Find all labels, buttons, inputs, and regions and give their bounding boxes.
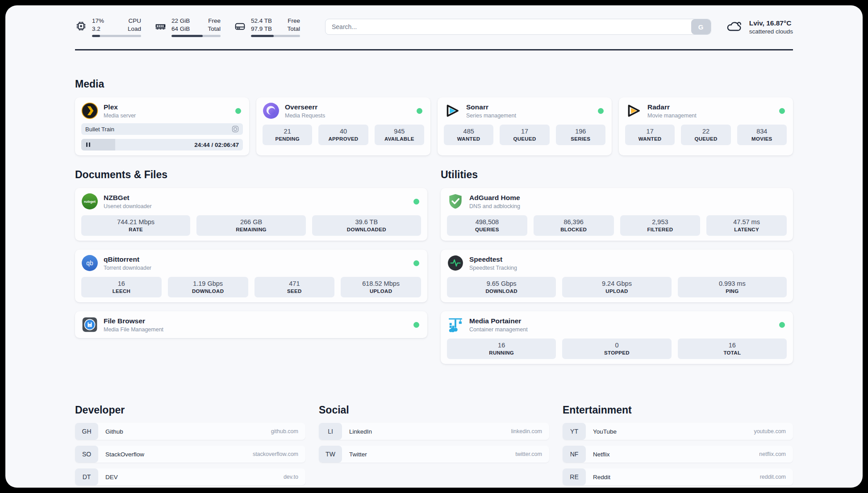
stat-value: 744.21 Mbps bbox=[83, 218, 188, 226]
stat-box: 39.6 TB DOWNLOADED bbox=[312, 215, 421, 236]
link-url: twitter.com bbox=[515, 451, 542, 457]
app-card-qbittorrent[interactable]: qb qBittorrent Torrent downloader 16 LEE… bbox=[75, 250, 427, 302]
link-linkedin[interactable]: LI LinkedIn linkedin.com bbox=[319, 423, 549, 440]
now-playing-bar: Bullet Train bbox=[81, 123, 243, 135]
stat-box: 17 WANTED bbox=[625, 125, 675, 145]
app-card-plex[interactable]: Plex Media server Bullet Train 24:44 / 0… bbox=[75, 97, 249, 155]
app-name: Sonarr bbox=[466, 103, 516, 111]
cpu-load-value: 3.2 bbox=[92, 25, 100, 33]
link-badge: TW bbox=[319, 446, 342, 463]
app-card-sonarr[interactable]: Sonarr Series management 485 WANTED 17 Q… bbox=[438, 97, 612, 155]
stat-box: 40 APPROVED bbox=[318, 125, 368, 145]
link-name: YouTube bbox=[593, 428, 617, 435]
app-name: Plex bbox=[104, 103, 136, 111]
stat-value: 16 bbox=[680, 342, 785, 349]
search-bar: G bbox=[325, 19, 711, 35]
status-dot-online bbox=[598, 108, 604, 114]
app-desc: DNS and adblocking bbox=[469, 203, 520, 209]
stat-label: QUEUED bbox=[683, 136, 729, 142]
app-name: NZBGet bbox=[104, 194, 152, 202]
cpu-progress-fill bbox=[92, 35, 100, 37]
stat-label: APPROVED bbox=[320, 136, 366, 142]
app-desc: Media server bbox=[104, 113, 136, 119]
stat-label: PING bbox=[680, 288, 785, 294]
app-card-nzbget[interactable]: nzbget NZBGet Usenet downloader 744.21 M… bbox=[75, 188, 427, 241]
weather-widget: Lviv, 16.87°C scattered clouds bbox=[726, 18, 793, 35]
section-title-utilities: Utilities bbox=[441, 169, 793, 181]
link-stackoverflow[interactable]: SO StackOverflow stackoverflow.com bbox=[75, 446, 305, 463]
stat-value: 16 bbox=[83, 280, 160, 287]
search-input[interactable] bbox=[326, 19, 691, 34]
playback-time: 24:44 / 02:06:47 bbox=[194, 142, 239, 148]
ram-icon bbox=[154, 20, 167, 34]
pause-icon[interactable] bbox=[86, 142, 90, 147]
stat-box: 485 WANTED bbox=[444, 125, 493, 145]
app-name: Overseerr bbox=[285, 103, 325, 111]
app-card-filebrowser[interactable]: File Browser Media File Management bbox=[75, 311, 427, 338]
stat-box: 21 PENDING bbox=[263, 125, 312, 145]
link-name: LinkedIn bbox=[349, 428, 372, 435]
storage-progress-bar bbox=[251, 35, 300, 37]
cpu-usage-value: 17% bbox=[92, 17, 104, 25]
app-desc: Media File Management bbox=[104, 326, 163, 333]
stat-label: RUNNING bbox=[449, 350, 554, 355]
link-name: Github bbox=[105, 428, 123, 435]
link-name: StackOverflow bbox=[105, 451, 144, 458]
app-card-overseerr[interactable]: Overseerr Media Requests 21 PENDING 40 A… bbox=[256, 97, 430, 155]
link-github[interactable]: GH Github github.com bbox=[75, 423, 305, 440]
search-provider-button[interactable]: G bbox=[691, 19, 711, 34]
stat-box: 86,396 BLOCKED bbox=[534, 215, 614, 236]
app-name: AdGuard Home bbox=[469, 194, 520, 202]
link-badge: LI bbox=[319, 423, 342, 440]
stat-label: SEED bbox=[256, 288, 333, 294]
player-progress-bar[interactable]: 24:44 / 02:06:47 bbox=[81, 139, 243, 150]
link-twitter[interactable]: TW Twitter twitter.com bbox=[319, 446, 549, 463]
app-card-radarr[interactable]: Radarr Movie management 17 WANTED 22 QUE… bbox=[619, 97, 793, 155]
stat-label: WANTED bbox=[446, 136, 492, 142]
stat-label: TOTAL bbox=[680, 350, 785, 355]
header-divider bbox=[75, 49, 793, 50]
stat-value: 196 bbox=[558, 128, 604, 135]
link-badge: NF bbox=[563, 446, 586, 463]
svg-text:qb: qb bbox=[86, 260, 93, 267]
link-youtube[interactable]: YT YouTube youtube.com bbox=[563, 423, 793, 440]
link-url: github.com bbox=[271, 428, 298, 435]
stat-box: 22 QUEUED bbox=[681, 125, 730, 145]
memory-free-value: 22 GiB bbox=[171, 17, 190, 25]
filebrowser-icon bbox=[81, 316, 98, 333]
cpu-progress-bar bbox=[92, 35, 141, 37]
app-name: Media Portainer bbox=[469, 317, 528, 325]
link-url: dev.to bbox=[284, 474, 298, 480]
cpu-load-label: Load bbox=[128, 25, 141, 33]
qbittorrent-icon: qb bbox=[81, 255, 98, 272]
entertainment-links-column: Entertainment YT YouTube youtube.com NF … bbox=[563, 404, 793, 488]
status-dot-online bbox=[417, 108, 422, 114]
stat-value: 9.24 Gbps bbox=[564, 280, 669, 287]
stat-value: 0.993 ms bbox=[680, 280, 785, 287]
app-card-portainer[interactable]: Media Portainer Container management 16 … bbox=[441, 311, 793, 364]
link-reddit[interactable]: RE Reddit reddit.com bbox=[563, 468, 793, 485]
stream-session-icon[interactable] bbox=[232, 125, 239, 133]
stat-label: DOWNLOAD bbox=[170, 288, 246, 294]
stat-value: 17 bbox=[627, 128, 673, 135]
stat-value: 9.65 Gbps bbox=[449, 280, 554, 287]
disk-icon bbox=[234, 20, 246, 34]
now-playing-title: Bullet Train bbox=[85, 126, 114, 133]
portainer-crane-icon bbox=[447, 316, 464, 333]
link-netflix[interactable]: NF Netflix netflix.com bbox=[563, 446, 793, 463]
app-card-speedtest[interactable]: Speedtest Speedtest Tracking 9.65 Gbps D… bbox=[441, 250, 793, 302]
link-dev[interactable]: DT DEV dev.to bbox=[75, 468, 305, 485]
stat-value: 945 bbox=[376, 128, 422, 135]
stat-value: 21 bbox=[264, 128, 310, 135]
cloud-icon bbox=[726, 18, 743, 35]
stat-box: 834 MOVIES bbox=[737, 125, 787, 145]
link-name: DEV bbox=[105, 474, 118, 480]
nzbget-icon: nzbget bbox=[81, 193, 98, 210]
app-card-adguard[interactable]: AdGuard Home DNS and adblocking 498,508 … bbox=[441, 188, 793, 241]
stat-value: 40 bbox=[320, 128, 366, 135]
stat-value: 86,396 bbox=[535, 218, 612, 226]
stat-box: 266 GB REMAINING bbox=[196, 215, 305, 236]
stat-label: STOPPED bbox=[564, 350, 669, 355]
link-name: Netflix bbox=[593, 451, 610, 458]
app-name: Speedtest bbox=[469, 255, 517, 263]
